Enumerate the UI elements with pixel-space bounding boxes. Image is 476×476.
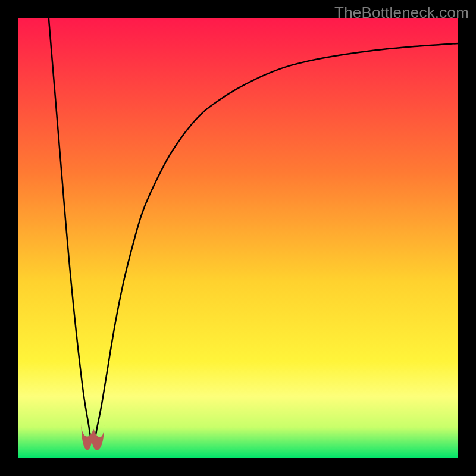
watermark-text: TheBottleneck.com	[334, 4, 469, 22]
plot-area	[18, 18, 458, 458]
plot-svg	[18, 18, 458, 458]
chart-frame: TheBottleneck.com	[0, 0, 476, 476]
